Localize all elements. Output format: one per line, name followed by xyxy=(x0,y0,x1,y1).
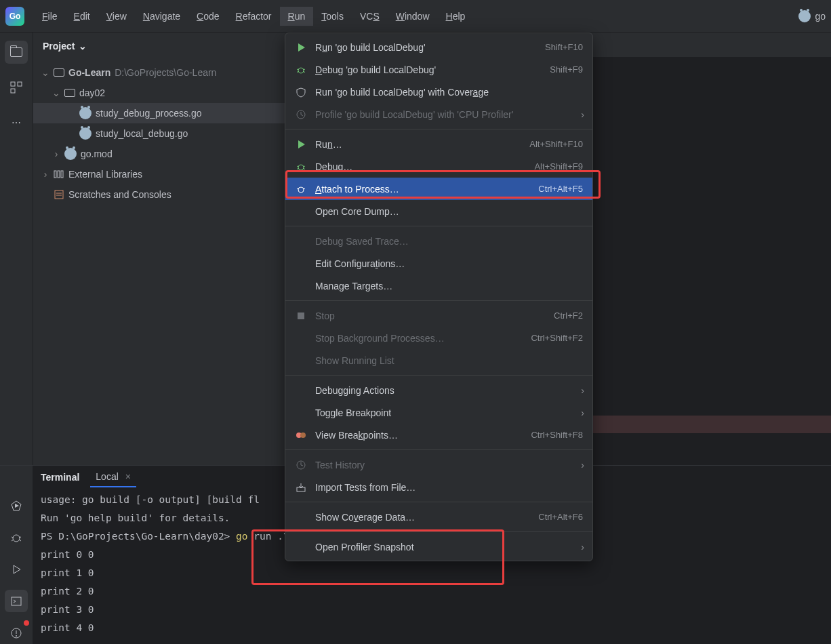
project-header[interactable]: Project ⌄ xyxy=(33,33,285,60)
menu-shortcut: Shift+F9 xyxy=(550,64,583,75)
gopher-icon xyxy=(798,10,811,22)
menu-item-stop: StopCtrl+F2 xyxy=(285,304,592,327)
menu-view[interactable]: View xyxy=(98,7,135,26)
problems-button[interactable] xyxy=(5,622,28,644)
menu-item-label: Debug Saved Trace… xyxy=(315,236,583,247)
play-icon xyxy=(10,563,22,576)
chevron-right-icon: › xyxy=(581,460,584,470)
menu-refactor[interactable]: Refactor xyxy=(228,7,280,26)
menu-navigate[interactable]: Navigate xyxy=(135,7,188,26)
clock-icon xyxy=(295,460,307,470)
tree-file-gomod[interactable]: › go.mod xyxy=(33,144,285,164)
menu-run[interactable]: Run xyxy=(280,7,314,26)
tree-folder-day02[interactable]: ⌄ day02 xyxy=(33,83,285,103)
app-icon: Go xyxy=(5,7,24,26)
menu-item-edit-configurations[interactable]: Edit Configurations… xyxy=(285,252,592,275)
menu-edit[interactable]: Edit xyxy=(66,7,98,26)
menu-item-label: Edit Configurations… xyxy=(315,258,583,269)
bug-icon xyxy=(10,531,22,544)
project-tool-button[interactable] xyxy=(5,41,28,64)
debug-icon xyxy=(295,161,307,172)
tree-scratches[interactable]: Scratches and Consoles xyxy=(33,184,285,205)
svg-rect-0 xyxy=(11,82,15,86)
menu-item-import-tests-from-file[interactable]: Import Tests from File… xyxy=(285,476,592,498)
menu-item-label: Run 'go build LocalDebug' with Coverage xyxy=(315,87,583,98)
menu-vcs[interactable]: VCS xyxy=(352,7,388,26)
menu-code[interactable]: Code xyxy=(188,7,227,26)
menu-item-show-coverage-data[interactable]: Show Coverage Data…Ctrl+Alt+F6 xyxy=(285,506,592,528)
menu-item-run[interactable]: Run…Alt+Shift+F10 xyxy=(285,133,592,155)
menubar: Go FileEditViewNavigateCodeRefactorRunTo… xyxy=(0,0,831,33)
structure-tool-button[interactable] xyxy=(5,76,28,99)
chevron-right-icon: › xyxy=(581,109,584,120)
svg-rect-39 xyxy=(298,313,304,319)
menu-item-attach-to-process[interactable]: Attach to Process…Ctrl+Alt+F5 xyxy=(285,178,592,200)
menu-item-label: Import Tests from File… xyxy=(315,482,583,493)
menu-item-show-running-list: Show Running List xyxy=(285,349,592,371)
close-icon[interactable]: × xyxy=(125,471,131,482)
debug-icon xyxy=(295,64,307,75)
svg-line-44 xyxy=(301,465,303,466)
svg-rect-1 xyxy=(18,82,22,86)
menu-separator xyxy=(285,449,592,450)
terminal-button[interactable] xyxy=(5,590,28,612)
chevron-right-icon: › xyxy=(41,169,49,180)
services-button[interactable] xyxy=(5,495,28,517)
svg-rect-17 xyxy=(12,597,21,605)
svg-rect-4 xyxy=(58,171,60,178)
tree-file-study-local-debug[interactable]: study_local_debug.go xyxy=(33,123,285,144)
run-config-label[interactable]: go xyxy=(815,11,826,22)
menu-item-debug-go-build-localdebug[interactable]: Debug 'go build LocalDebug'Shift+F9 xyxy=(285,58,592,81)
svg-line-25 xyxy=(297,71,298,73)
tree-root[interactable]: ⌄ Go-Learn D:\GoProjects\Go-Learn xyxy=(33,62,285,83)
menu-item-run-go-build-localdebug[interactable]: Run 'go build LocalDebug'Shift+F10 xyxy=(285,36,592,58)
menu-item-label: Stop xyxy=(315,310,546,321)
pentagon-icon xyxy=(10,500,22,512)
debug-button[interactable] xyxy=(5,527,28,549)
tree-external-libraries[interactable]: › External Libraries xyxy=(33,164,285,184)
terminal-line: print 1 0 xyxy=(41,564,824,582)
menu-item-label: Show Running List xyxy=(315,355,583,366)
menu-item-label: Run… xyxy=(315,139,521,150)
svg-point-11 xyxy=(13,535,20,542)
menu-item-debugging-actions[interactable]: Debugging Actions› xyxy=(285,379,592,401)
svg-line-33 xyxy=(304,166,305,167)
menu-tools[interactable]: Tools xyxy=(313,7,352,26)
go-file-icon xyxy=(79,107,92,119)
menu-item-debug[interactable]: Debug…Alt+Shift+F9 xyxy=(285,155,592,178)
chevron-right-icon: › xyxy=(581,407,584,418)
go-file-icon xyxy=(79,127,92,140)
project-title: Project xyxy=(43,41,75,52)
menu-separator xyxy=(285,502,592,502)
menu-item-open-profiler-snapshot[interactable]: Open Profiler Snapshot› xyxy=(285,536,592,558)
chevron-down-icon: ⌄ xyxy=(41,67,49,78)
library-icon xyxy=(54,169,64,180)
svg-marker-21 xyxy=(298,43,305,52)
menu-item-open-core-dump[interactable]: Open Core Dump… xyxy=(285,200,592,222)
menu-help[interactable]: Help xyxy=(438,7,474,26)
run-icon xyxy=(295,42,307,53)
run-button[interactable] xyxy=(5,559,28,581)
menu-shortcut: Ctrl+Shift+F8 xyxy=(531,430,583,440)
menu-item-test-history: Test History› xyxy=(285,454,592,476)
run-menu-dropdown: Run 'go build LocalDebug'Shift+F10Debug … xyxy=(285,33,593,561)
menu-item-view-breakpoints[interactable]: View Breakpoints…Ctrl+Shift+F8 xyxy=(285,424,592,446)
terminal-title: Terminal xyxy=(41,472,79,483)
more-tool-button[interactable]: ⋯ xyxy=(5,111,28,134)
menu-item-toggle-breakpoint[interactable]: Toggle Breakpoint› xyxy=(285,401,592,424)
tree-file-study-debug-process[interactable]: study_debug_process.go xyxy=(33,103,285,123)
svg-point-31 xyxy=(298,165,304,170)
menu-item-run-go-build-localdebug-with-coverage[interactable]: Run 'go build LocalDebug' with Coverage xyxy=(285,81,592,103)
menu-file[interactable]: File xyxy=(34,7,66,26)
svg-marker-10 xyxy=(15,504,19,508)
menu-item-manage-targets[interactable]: Manage Targets… xyxy=(285,275,592,297)
terminal-tab-local[interactable]: Local × xyxy=(90,467,136,487)
menu-separator xyxy=(285,226,592,226)
svg-line-23 xyxy=(297,69,298,70)
svg-point-22 xyxy=(298,68,304,73)
menu-item-label: Run 'go build LocalDebug' xyxy=(315,42,537,53)
menu-item-label: Manage Targets… xyxy=(315,281,583,291)
menu-window[interactable]: Window xyxy=(388,7,438,26)
menu-item-stop-background-processes: Stop Background Processes…Ctrl+Shift+F2 xyxy=(285,327,592,349)
svg-rect-6 xyxy=(55,190,63,199)
